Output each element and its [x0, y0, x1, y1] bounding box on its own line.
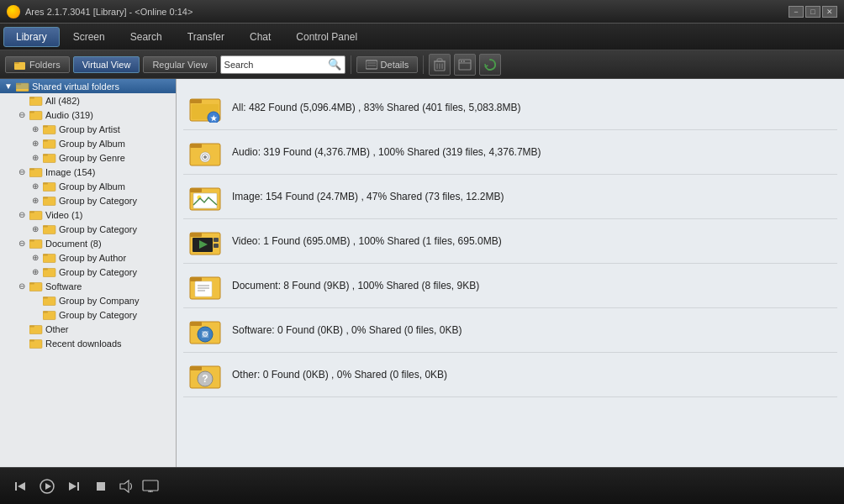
content-item-image[interactable]: Image: 154 Found (24.7MB) , 47% Shared (…: [183, 175, 837, 219]
virtual-view-button[interactable]: Virtual View: [73, 56, 140, 73]
tree-recent[interactable]: Recent downloads: [13, 336, 176, 350]
tree-root[interactable]: ▼ Shared virtual folders: [0, 79, 176, 93]
svg-rect-21: [29, 112, 34, 113]
tree-image-category-label: Group by Category: [59, 196, 137, 206]
separator-1: [351, 55, 351, 74]
delete-button[interactable]: [429, 54, 451, 76]
content-item-video[interactable]: Video: 1 Found (695.0MB) , 100% Shared (…: [183, 219, 837, 264]
tree-audio-genre-label: Group by Genre: [59, 153, 125, 163]
tree-audio-genre[interactable]: ⊕ Group by Genre: [27, 150, 176, 165]
menu-screen[interactable]: Screen: [61, 28, 117, 46]
svg-point-13: [461, 60, 462, 62]
video-expand: ⊖: [17, 210, 27, 220]
software-category-icon: [43, 309, 56, 320]
search-icon[interactable]: 🔍: [328, 58, 341, 71]
svg-rect-23: [43, 126, 48, 128]
share-button[interactable]: [454, 54, 476, 76]
menu-control-panel[interactable]: Control Panel: [284, 28, 369, 46]
doc-author-icon: [43, 252, 56, 263]
svg-rect-65: [190, 188, 202, 192]
search-input[interactable]: [224, 60, 325, 70]
tree-image-category[interactable]: ⊕ Group by Category: [27, 193, 176, 207]
image-category-icon: [43, 195, 56, 206]
tree-all[interactable]: All (482): [13, 93, 176, 108]
monitor-icon: [141, 477, 160, 496]
title-bar: Ares 2.1.7.3041 [Library] - <Online 0:14…: [0, 0, 844, 24]
svg-point-62: [203, 155, 207, 159]
menu-library[interactable]: Library: [3, 27, 60, 47]
minimize-button[interactable]: −: [789, 6, 804, 18]
maximize-button[interactable]: □: [805, 6, 820, 18]
play-button[interactable]: [37, 476, 57, 496]
svg-rect-69: [190, 233, 202, 237]
tree-recent-label: Recent downloads: [45, 339, 122, 349]
tree-video-label: Video (1): [45, 210, 82, 220]
tree-software-company[interactable]: Group by Company: [27, 293, 176, 307]
content-text-video: Video: 1 Found (695.0MB) , 100% Shared (…: [232, 235, 502, 247]
svg-rect-75: [190, 277, 202, 281]
tree-doc-author[interactable]: ⊕ Group by Author: [27, 250, 176, 265]
svg-rect-88: [15, 482, 17, 491]
svg-rect-43: [43, 269, 48, 270]
svg-rect-76: [195, 281, 212, 297]
prev-button[interactable]: [10, 476, 30, 496]
all-folder-icon: [29, 95, 43, 106]
audio-folder-icon: [29, 109, 43, 120]
content-item-other[interactable]: ? Other: 0 Found (0KB) , 0% Shared (0 fi…: [183, 353, 837, 397]
content-pane: ★ All: 482 Found (5,096.4MB) , 83% Share…: [177, 79, 844, 467]
volume-icon: [118, 478, 135, 495]
content-item-audio[interactable]: Audio: 319 Found (4,376.7MB) , 100% Shar…: [183, 130, 837, 175]
content-icon-all: ★: [188, 92, 222, 123]
refresh-button[interactable]: [479, 54, 501, 76]
image-children: ⊕ Group by Album ⊕ Group by Category: [13, 179, 176, 207]
tree-video-category-label: Group by Category: [59, 224, 137, 234]
menu-transfer[interactable]: Transfer: [176, 28, 236, 46]
title-text: Ares 2.1.7.3041 [Library] - <Online 0:14…: [25, 7, 193, 17]
tree-audio-album[interactable]: ⊕ Group by Album: [27, 136, 176, 150]
content-item-document[interactable]: Document: 8 Found (9KB) , 100% Shared (8…: [183, 264, 837, 308]
tree-audio-artist-label: Group by Artist: [59, 124, 120, 134]
menu-chat[interactable]: Chat: [238, 28, 282, 46]
other-expand: [17, 324, 27, 334]
svg-marker-91: [45, 483, 51, 490]
svg-rect-96: [143, 480, 158, 491]
folders-button[interactable]: Folders: [5, 56, 70, 73]
sidebar: ▼ Shared virtual folders All (482) ⊖: [0, 79, 177, 467]
tree-other[interactable]: Other: [13, 322, 176, 336]
tree-software-category[interactable]: Group by Category: [27, 307, 176, 322]
image-expand: ⊖: [17, 167, 27, 177]
software-expand: ⊖: [17, 281, 27, 291]
tree-image[interactable]: ⊖ Image (154): [13, 165, 176, 179]
details-button[interactable]: Details: [356, 56, 419, 73]
tree-audio[interactable]: ⊖ Audio (319): [13, 108, 176, 122]
svg-rect-55: [190, 99, 202, 103]
toolbar: Folders Virtual View Regular View 🔍 Deta…: [0, 50, 844, 79]
audio-artist-icon: [43, 123, 56, 134]
root-children: All (482) ⊖ Audio (319) ⊕ Group by Artis…: [0, 93, 176, 350]
close-button[interactable]: ✕: [822, 6, 837, 18]
tree-video[interactable]: ⊖ Video (1): [13, 207, 176, 222]
svg-rect-85: [190, 366, 202, 370]
tree-audio-artist[interactable]: ⊕ Group by Artist: [27, 122, 176, 136]
content-item-all[interactable]: ★ All: 482 Found (5,096.4MB) , 83% Share…: [183, 86, 837, 130]
svg-rect-51: [29, 326, 34, 328]
tree-image-album[interactable]: ⊕ Group by Album: [27, 179, 176, 193]
content-item-software[interactable]: ⚙ Software: 0 Found (0KB) , 0% Shared (0…: [183, 308, 837, 353]
svg-rect-60: [190, 144, 202, 148]
tree-other-label: Other: [45, 324, 69, 334]
svg-text:⚙: ⚙: [202, 330, 208, 339]
svg-rect-81: [190, 322, 202, 326]
tree-video-category[interactable]: ⊕ Group by Category: [27, 222, 176, 236]
next-button[interactable]: [64, 476, 84, 496]
stop-button[interactable]: [91, 476, 111, 496]
root-folder-icon: [16, 81, 29, 92]
tree-doc-category[interactable]: ⊕ Group by Category: [27, 265, 176, 279]
menu-search[interactable]: Search: [119, 28, 174, 46]
separator-2: [423, 55, 424, 74]
svg-rect-27: [43, 155, 48, 156]
svg-marker-93: [69, 482, 76, 491]
tree-image-album-label: Group by Album: [59, 181, 125, 192]
tree-document[interactable]: ⊖ Document (8): [13, 236, 176, 250]
regular-view-button[interactable]: Regular View: [143, 56, 216, 73]
tree-software[interactable]: ⊖ Software: [13, 279, 176, 293]
